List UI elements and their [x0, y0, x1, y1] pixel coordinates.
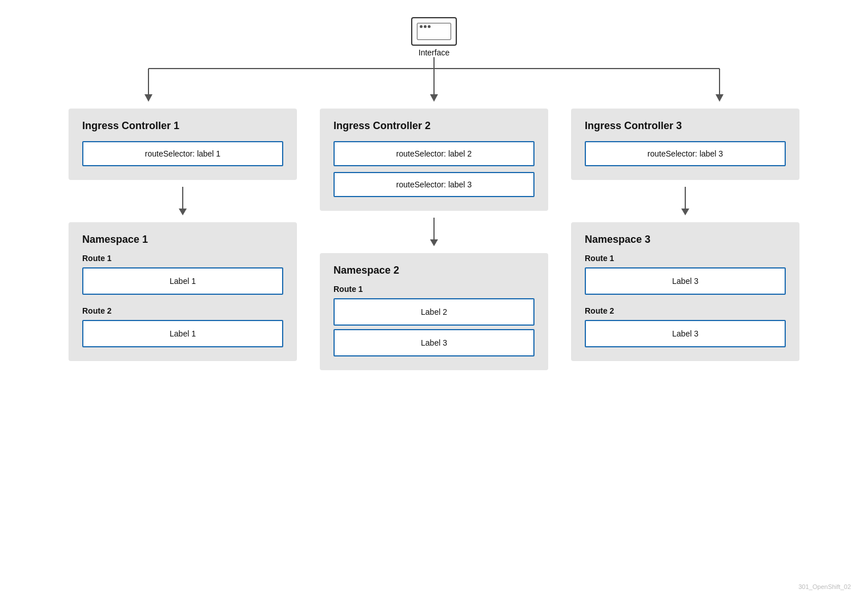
svg-marker-3: [144, 94, 152, 102]
interface-dot-2: [424, 25, 427, 28]
route-label-box-3-2-1: Label 3: [585, 320, 786, 347]
svg-marker-7: [716, 94, 724, 102]
route-selector-2-2: routeSelector: label 3: [333, 172, 535, 197]
route-label-box-1-1-1: Label 1: [82, 267, 283, 295]
route-label-title-2-1: Route 1: [333, 285, 535, 294]
route-group-1-1: Route 1Label 1: [82, 254, 283, 295]
arrow-svg-3: [680, 187, 691, 215]
column-1: Ingress Controller 1routeSelector: label…: [69, 109, 297, 370]
interface-dot-1: [420, 25, 423, 28]
ingress-title-3: Ingress Controller 3: [585, 120, 786, 132]
route-group-3-2: Route 2Label 3: [585, 306, 786, 347]
ingress-controller-box-1: Ingress Controller 1routeSelector: label…: [69, 109, 297, 180]
route-label-box-3-1-1: Label 3: [585, 267, 786, 295]
interface-dot-3: [428, 25, 431, 28]
top-section: Interface: [34, 17, 834, 109]
column-3: Ingress Controller 3routeSelector: label…: [571, 109, 799, 370]
watermark: 301_OpenShift_02: [798, 583, 851, 590]
namespace-title-2: Namespace 2: [333, 265, 535, 277]
ingress-title-1: Ingress Controller 1: [82, 120, 283, 132]
route-label-title-1-2: Route 2: [82, 306, 283, 315]
ingress-controller-box-2: Ingress Controller 2routeSelector: label…: [320, 109, 548, 211]
inter-arrow-3: [680, 187, 691, 215]
route-group-2-1: Route 1Label 2Label 3: [333, 285, 535, 356]
namespace-title-3: Namespace 3: [585, 234, 786, 246]
inter-arrow-2: [428, 218, 440, 246]
arrow-svg-2: [428, 218, 440, 246]
route-label-title-3-2: Route 2: [585, 306, 786, 315]
svg-marker-13: [681, 209, 689, 215]
interface-label: Interface: [419, 48, 449, 57]
svg-marker-5: [430, 94, 438, 102]
route-label-title-1-1: Route 1: [82, 254, 283, 263]
ingress-title-2: Ingress Controller 2: [333, 120, 535, 132]
connector-svg: [34, 57, 834, 109]
column-2: Ingress Controller 2routeSelector: label…: [320, 109, 548, 370]
namespace-title-1: Namespace 1: [82, 234, 283, 246]
svg-marker-11: [430, 239, 438, 246]
route-label-box-2-1-1: Label 2: [333, 298, 535, 326]
interface-node: Interface: [411, 17, 457, 57]
route-selector-2-1: routeSelector: label 2: [333, 141, 535, 166]
svg-marker-9: [179, 209, 187, 215]
namespace-box-2: Namespace 2Route 1Label 2Label 3: [320, 253, 548, 370]
route-selector-1-1: routeSelector: label 1: [82, 141, 283, 166]
inter-arrow-1: [177, 187, 188, 215]
diagram-wrapper: Interface Ingress Controller 1routeSelec…: [0, 0, 868, 597]
route-label-box-1-2-1: Label 1: [82, 320, 283, 347]
columns-row: Ingress Controller 1routeSelector: label…: [34, 109, 834, 370]
route-group-1-2: Route 2Label 1: [82, 306, 283, 347]
route-selector-3-1: routeSelector: label 3: [585, 141, 786, 166]
ingress-controller-box-3: Ingress Controller 3routeSelector: label…: [571, 109, 799, 180]
interface-box-inner: [417, 23, 451, 40]
route-group-3-1: Route 1Label 3: [585, 254, 786, 295]
route-label-title-3-1: Route 1: [585, 254, 786, 263]
route-label-box-2-1-2: Label 3: [333, 329, 535, 356]
interface-dots: [420, 25, 431, 28]
arrow-svg-1: [177, 187, 188, 215]
namespace-box-1: Namespace 1Route 1Label 1Route 2Label 1: [69, 222, 297, 361]
namespace-box-3: Namespace 3Route 1Label 3Route 2Label 3: [571, 222, 799, 361]
interface-box: [411, 17, 457, 46]
